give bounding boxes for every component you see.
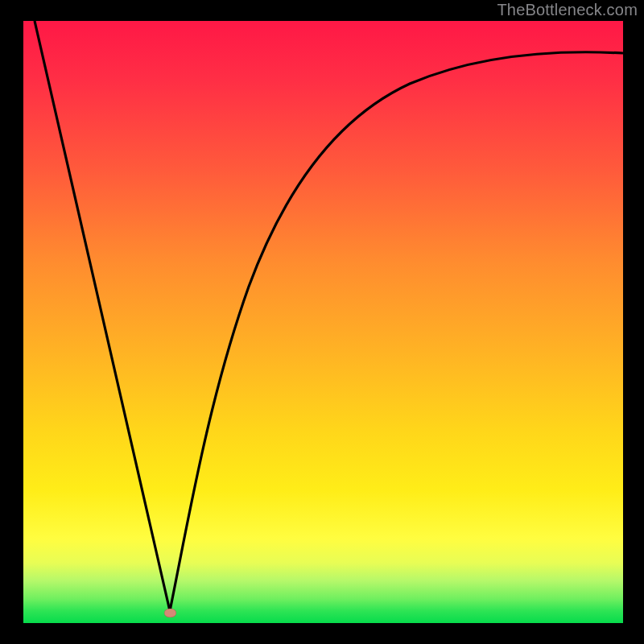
chart-frame: TheBottleneck.com	[0, 0, 644, 644]
minimum-marker	[164, 609, 176, 617]
curve-left-branch	[35, 21, 170, 611]
plot-area	[23, 21, 623, 623]
curve-right-branch	[170, 52, 623, 611]
watermark-text: TheBottleneck.com	[497, 1, 638, 19]
bottleneck-curve	[23, 21, 623, 623]
